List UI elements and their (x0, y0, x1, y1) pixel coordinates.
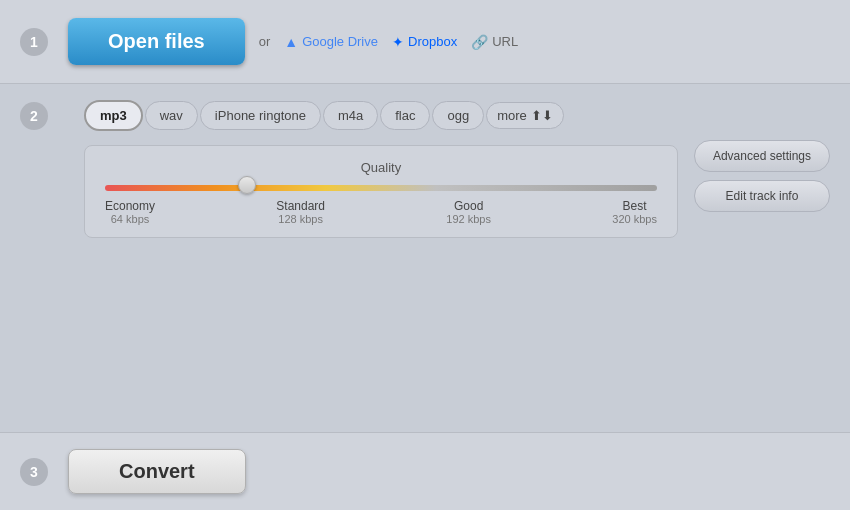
slider-container (105, 185, 657, 191)
tab-mp3[interactable]: mp3 (84, 100, 143, 131)
google-drive-label: Google Drive (302, 34, 378, 49)
edit-track-info-button[interactable]: Edit track info (694, 180, 830, 212)
right-buttons: Advanced settings Edit track info (694, 100, 830, 212)
quality-title: Quality (105, 160, 657, 175)
good-kbps: 192 kbps (446, 213, 491, 225)
or-text: or (259, 34, 271, 49)
step-3-badge: 3 (20, 458, 48, 486)
section-1: 1 Open files or ▲ Google Drive ✦ Dropbox… (0, 0, 850, 84)
quality-panel: Quality Economy 64 kbps Standard (84, 145, 678, 238)
google-drive-link[interactable]: ▲ Google Drive (284, 34, 378, 50)
label-good: Good 192 kbps (446, 199, 491, 225)
more-dropdown[interactable]: more ⬆⬇ (486, 102, 564, 129)
format-tabs: mp3 wav iPhone ringtone m4a flac ogg mor… (84, 100, 678, 131)
economy-kbps: 64 kbps (105, 213, 155, 225)
tab-m4a[interactable]: m4a (323, 101, 378, 130)
best-kbps: 320 kbps (612, 213, 657, 225)
convert-button[interactable]: Convert (68, 449, 246, 494)
url-icon: 🔗 (471, 34, 488, 50)
label-standard: Standard 128 kbps (276, 199, 325, 225)
quality-slider[interactable] (105, 185, 657, 191)
standard-name: Standard (276, 199, 325, 213)
best-name: Best (612, 199, 657, 213)
dropbox-label: Dropbox (408, 34, 457, 49)
section-3: 3 Convert (0, 433, 850, 510)
cloud-links: ▲ Google Drive ✦ Dropbox 🔗 URL (284, 34, 518, 50)
format-and-settings: mp3 wav iPhone ringtone m4a flac ogg mor… (84, 100, 830, 238)
tab-ogg[interactable]: ogg (432, 101, 484, 130)
step-2-col: 2 (20, 100, 68, 130)
tab-wav[interactable]: wav (145, 101, 198, 130)
dropbox-icon: ✦ (392, 34, 404, 50)
label-best: Best 320 kbps (612, 199, 657, 225)
good-name: Good (446, 199, 491, 213)
url-link[interactable]: 🔗 URL (471, 34, 518, 50)
advanced-settings-button[interactable]: Advanced settings (694, 140, 830, 172)
format-quality-col: mp3 wav iPhone ringtone m4a flac ogg mor… (84, 100, 678, 238)
main-container: 1 Open files or ▲ Google Drive ✦ Dropbox… (0, 0, 850, 510)
slider-labels: Economy 64 kbps Standard 128 kbps Good 1… (105, 199, 657, 225)
step-2-badge: 2 (20, 102, 48, 130)
url-label: URL (492, 34, 518, 49)
section-2-inner: 2 mp3 wav iPhone ringtone m4a flac ogg m… (20, 100, 830, 238)
tab-iphone-ringtone[interactable]: iPhone ringtone (200, 101, 321, 130)
step-1-badge: 1 (20, 28, 48, 56)
standard-kbps: 128 kbps (276, 213, 325, 225)
economy-name: Economy (105, 199, 155, 213)
label-economy: Economy 64 kbps (105, 199, 155, 225)
open-files-button[interactable]: Open files (68, 18, 245, 65)
tab-flac[interactable]: flac (380, 101, 430, 130)
section-2: 2 mp3 wav iPhone ringtone m4a flac ogg m… (0, 84, 850, 433)
more-chevron-icon: ⬆⬇ (531, 108, 553, 123)
more-label: more (497, 108, 527, 123)
google-drive-icon: ▲ (284, 34, 298, 50)
dropbox-link[interactable]: ✦ Dropbox (392, 34, 457, 50)
